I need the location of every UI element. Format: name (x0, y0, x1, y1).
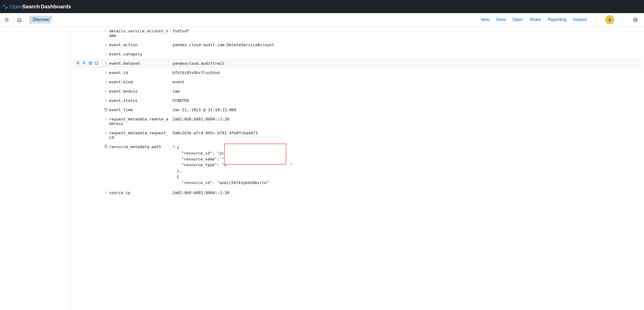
field-name: event.module (109, 89, 172, 94)
divider (26, 15, 26, 24)
field-value: iam (172, 89, 640, 94)
top-banner: OpenSearchDashboards (0, 0, 644, 13)
text-type-icon: t (102, 98, 109, 102)
svg-line-58 (85, 64, 86, 64)
field-value: 2a02:6b8:b081:8004::1:20 (172, 190, 640, 195)
divider (13, 15, 13, 24)
svg-rect-63 (95, 62, 98, 64)
field-name: event.kind (109, 80, 172, 84)
date-type-icon (102, 108, 109, 112)
field-name: event.id (109, 70, 172, 75)
field-row[interactable]: * tevent.actionyandex.cloud.audit.iam.De… (73, 40, 641, 50)
field-value: STARTED (172, 98, 640, 103)
field-row[interactable]: * trequest_metadata.request_id5a0c1b1b-a… (73, 128, 641, 142)
home-button[interactable] (14, 15, 24, 24)
field-name: resource_metadata.path (109, 144, 172, 149)
svg-rect-60 (89, 62, 92, 64)
text-type-icon: t (102, 61, 109, 65)
text-type-icon: t (102, 52, 109, 56)
field-value: { "resource_id": "yc. "resource_name": "… (172, 144, 640, 186)
field-value: bfbl6i8tv9hcfluu5dsk (172, 70, 640, 75)
field-name: event.dataset (109, 61, 172, 66)
svg-text:*: * (96, 62, 97, 64)
inspect-button[interactable]: Inspect (573, 17, 587, 22)
document-detail-panel[interactable]: * tdetails.service_account_idb1bbuc4ckc2… (70, 26, 644, 310)
field-row[interactable]: * trequest_metadata.remote_address2a02:6… (73, 114, 641, 128)
text-type-icon: t (102, 42, 109, 47)
text-type-icon: t (102, 131, 109, 135)
field-value: yandex.cloud.audit.iam.DeleteServiceAcco… (172, 42, 640, 47)
json-value: { "resource_id": "yc. "resource_name": "… (177, 144, 293, 186)
logo-dashboards: Dashboards (41, 4, 71, 10)
svg-point-4 (634, 19, 636, 20)
field-value: fsdfsdf (172, 29, 640, 33)
row-actions: * (74, 61, 102, 65)
text-type-icon: t (102, 190, 109, 194)
filter-out-icon[interactable] (82, 61, 86, 65)
new-button[interactable]: New (481, 17, 490, 22)
field-value: 5a0c1b1b-a7c4-465c-b791-4fe8fcbad473 (172, 131, 640, 135)
field-row[interactable]: * tevent.kindevent (73, 78, 641, 87)
field-value: 2a02:6b8:b081:8004::1:20 (172, 117, 640, 122)
field-row[interactable]: * tevent.datasetyandexcloud.audittrail (73, 59, 641, 68)
share-button[interactable]: Share (530, 17, 541, 22)
field-row[interactable]: * tdetails.service_account_namefsdfsdf (73, 26, 641, 40)
field-row[interactable]: * resource_metadata.path{ "resource_id":… (73, 142, 641, 188)
save-button[interactable]: Save (496, 17, 506, 22)
exists-filter-icon[interactable]: * (95, 61, 98, 65)
svg-point-166 (106, 147, 106, 148)
field-name: request_metadata.remote_address (109, 117, 172, 126)
field-row[interactable]: * tevent.idbfbl6i8tv9hcfluu5dsk (73, 68, 641, 78)
user-avatar[interactable]: a (605, 15, 614, 24)
expand-json-icon[interactable] (172, 144, 175, 149)
field-row[interactable]: * tevent.moduleiam (73, 87, 641, 96)
reporting-button[interactable]: Reporting (548, 17, 566, 22)
field-value: yandexcloud.audittrail (172, 61, 640, 66)
field-row[interactable]: * tsource.ip2a02:6b8:b081:8004::1:20 (73, 188, 641, 198)
field-name: event.status (109, 98, 172, 103)
filter-in-icon[interactable] (76, 61, 80, 65)
left-sidebar (0, 26, 70, 310)
field-name: event.action (109, 42, 172, 47)
field-table: * tdetails.service_account_idb1bbuc4ckc2… (73, 26, 641, 198)
content-area: * tdetails.service_account_idb1bbuc4ckc2… (0, 26, 644, 310)
divider (595, 15, 595, 24)
field-name: event.category (109, 52, 172, 56)
svg-rect-125 (104, 108, 107, 111)
app-bar-left: Discover (2, 15, 53, 24)
field-row[interactable]: * event_timeJan 21, 2023 @ 11:18:15.000 (73, 105, 641, 114)
field-value: event (172, 80, 640, 84)
field-row[interactable]: * tevent.category (73, 50, 641, 59)
logo-text: OpenSearchDashboards (10, 4, 71, 10)
field-name: event_time (109, 108, 172, 112)
app-bar: Discover New Save Open Share Reporting I… (0, 13, 644, 26)
field-name: request_metadata.request_id (109, 131, 172, 140)
toggle-column-icon[interactable] (88, 61, 92, 65)
divider (622, 15, 622, 24)
opensearch-logo-icon (2, 4, 8, 10)
field-name: details.service_account_name (109, 29, 172, 38)
text-type-icon: t (102, 70, 109, 74)
logo-open: Open (10, 4, 22, 10)
help-button[interactable] (631, 15, 640, 24)
text-type-icon: t (102, 29, 109, 33)
logo-search: Search (22, 4, 40, 10)
unknown-type-icon (102, 144, 109, 148)
app-logo[interactable]: OpenSearchDashboards (2, 4, 71, 10)
menu-toggle-button[interactable] (2, 15, 12, 24)
field-name: source.ip (109, 190, 172, 195)
text-type-icon: t (102, 117, 109, 121)
breadcrumb-current[interactable]: Discover (29, 16, 53, 24)
field-value: Jan 21, 2023 @ 11:18:15.000 (172, 108, 640, 112)
text-type-icon: t (102, 80, 109, 84)
svg-line-54 (78, 64, 80, 64)
field-row[interactable]: * tevent.statusSTARTED (73, 96, 641, 105)
app-bar-right: New Save Open Share Reporting Inspect a (481, 15, 642, 24)
open-button[interactable]: Open (512, 17, 523, 22)
text-type-icon: t (102, 89, 109, 93)
svg-point-3 (634, 18, 638, 22)
